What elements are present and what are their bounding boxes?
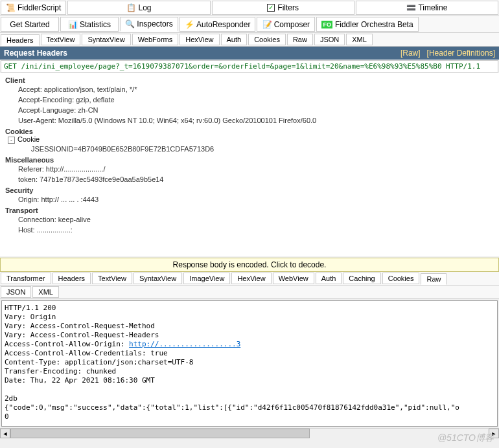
tab-fiddlerscript[interactable]: 📜FiddlerScript bbox=[1, 1, 66, 15]
response-tab-row-2: JSON XML bbox=[0, 286, 499, 299]
request-headers-title: Request Headers bbox=[4, 49, 67, 58]
request-tab-row: Headers TextView SyntaxView WebForms Hex… bbox=[0, 33, 499, 47]
section-transport: Transport bbox=[5, 207, 494, 214]
tab-timeline[interactable]: 🟰Timeline bbox=[356, 1, 498, 15]
request-headers-bar: Request Headers [Raw] [Header Definition… bbox=[0, 47, 499, 60]
request-headers-tree: Client Accept: application/json, text/pl… bbox=[0, 73, 499, 256]
js-icon: 📜 bbox=[6, 3, 15, 12]
resp-tab-transformer[interactable]: Transformer bbox=[1, 273, 51, 284]
section-cookies: Cookies bbox=[5, 128, 494, 135]
check-icon: ✓ bbox=[267, 4, 275, 12]
cookie-jsessionid: JSESSIONID=4B7049B0E652B80F9E72B1CDFA571… bbox=[31, 144, 494, 154]
cookie-node[interactable]: -Cookie bbox=[8, 135, 494, 144]
req-tab-webforms[interactable]: WebForms bbox=[132, 34, 179, 45]
request-line: GET /ini/ini_employee/page?_t=1619079387… bbox=[1, 60, 498, 73]
main-tab-row-1: 📜FiddlerScript 📋Log ✓Filters 🟰Timeline bbox=[0, 0, 499, 16]
header-accept: Accept: application/json, text/plain, */… bbox=[18, 84, 494, 95]
req-tab-textview[interactable]: TextView bbox=[41, 34, 81, 45]
tab-inspectors[interactable]: 🔍Inspectors bbox=[120, 17, 178, 32]
req-tab-syntaxview[interactable]: SyntaxView bbox=[82, 34, 130, 45]
header-host: Host: .................: bbox=[18, 225, 494, 235]
tab-autoresponder[interactable]: ⚡AutoResponder bbox=[180, 17, 255, 32]
resp-tab-headers[interactable]: Headers bbox=[52, 273, 91, 284]
req-tab-auth[interactable]: Auth bbox=[221, 34, 248, 45]
tree-collapse-icon[interactable]: - bbox=[8, 137, 15, 144]
resp-tab-hexview[interactable]: HexView bbox=[231, 273, 271, 284]
req-tab-xml[interactable]: XML bbox=[346, 34, 373, 45]
tab-orchestra[interactable]: FOFiddler Orchestra Beta bbox=[316, 17, 418, 32]
resp-tab-syntaxview[interactable]: SyntaxView bbox=[133, 273, 182, 284]
header-token: token: 747b1e7873ec5493fce9e0aa5a9b5e14 bbox=[18, 174, 494, 185]
req-tab-cookies[interactable]: Cookies bbox=[248, 34, 286, 45]
tab-log[interactable]: 📋Log bbox=[67, 1, 210, 15]
resp-tab-textview[interactable]: TextView bbox=[92, 273, 132, 284]
resp-tab-cookies[interactable]: Cookies bbox=[382, 273, 420, 284]
timeline-icon: 🟰 bbox=[406, 3, 415, 12]
resp-tab-webview[interactable]: WebView bbox=[273, 273, 314, 284]
section-misc: Miscellaneous bbox=[5, 156, 494, 164]
tab-getstarted[interactable]: Get Started bbox=[1, 17, 59, 32]
header-user-agent: User-Agent: Mozilla/5.0 (Windows NT 10.0… bbox=[18, 115, 494, 126]
header-accept-language: Accept-Language: zh-CN bbox=[18, 105, 494, 115]
response-tab-row-1: Transformer Headers TextView SyntaxView … bbox=[0, 272, 499, 286]
stats-icon: 📊 bbox=[68, 20, 77, 29]
section-client: Client bbox=[5, 76, 494, 84]
header-referer: Referer: http://..................../ bbox=[18, 164, 494, 174]
raw-response-text[interactable]: HTTP/1.1 200 Vary: Origin Vary: Access-C… bbox=[1, 300, 498, 427]
header-connection: Connection: keep-alive bbox=[18, 214, 494, 225]
header-origin: Origin: http:// ... ... . :4443 bbox=[18, 194, 494, 205]
scroll-left-arrow[interactable]: ◄ bbox=[0, 429, 10, 438]
section-security: Security bbox=[5, 186, 494, 194]
watermark: @51CTO博客 bbox=[437, 432, 494, 444]
tab-composer[interactable]: 📝Composer bbox=[257, 17, 315, 32]
fo-icon: FO bbox=[321, 21, 332, 28]
req-tab-hexview[interactable]: HexView bbox=[180, 34, 219, 45]
resp-tab-xml[interactable]: XML bbox=[32, 286, 59, 298]
req-tab-json[interactable]: JSON bbox=[314, 34, 345, 45]
auto-icon: ⚡ bbox=[185, 20, 194, 29]
log-icon: 📋 bbox=[126, 3, 135, 12]
horizontal-scrollbar[interactable]: ◄ ► bbox=[0, 428, 499, 438]
scroll-thumb[interactable] bbox=[10, 429, 310, 438]
resp-tab-raw[interactable]: Raw bbox=[421, 273, 447, 285]
compose-icon: 📝 bbox=[262, 20, 272, 29]
resp-tab-caching[interactable]: Caching bbox=[343, 273, 380, 284]
inspect-icon: 🔍 bbox=[125, 19, 134, 28]
resp-tab-json[interactable]: JSON bbox=[1, 286, 31, 298]
req-tab-headers[interactable]: Headers bbox=[1, 34, 40, 46]
resp-tab-auth[interactable]: Auth bbox=[316, 273, 342, 284]
decode-response-bar[interactable]: Response body is encoded. Click to decod… bbox=[0, 258, 499, 272]
header-accept-encoding: Accept-Encoding: gzip, deflate bbox=[18, 95, 494, 105]
req-tab-raw[interactable]: Raw bbox=[287, 34, 313, 45]
raw-link[interactable]: [Raw] bbox=[400, 49, 421, 58]
tab-filters[interactable]: ✓Filters bbox=[212, 1, 354, 15]
main-tab-row-2: Get Started 📊Statistics 🔍Inspectors ⚡Aut… bbox=[0, 16, 499, 33]
header-definitions-link[interactable]: [Header Definitions] bbox=[427, 49, 495, 58]
tab-statistics[interactable]: 📊Statistics bbox=[60, 17, 119, 32]
resp-tab-imageview[interactable]: ImageView bbox=[183, 273, 230, 284]
